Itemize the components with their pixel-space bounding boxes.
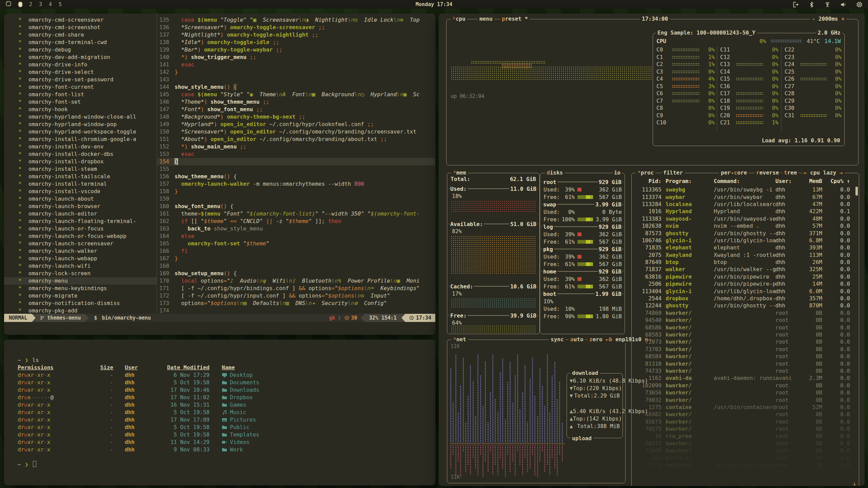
tree-item[interactable]: *omarchy-drive-info	[4, 61, 157, 68]
code-line[interactable]: 162 if [[ "$theme" == "CNCLD" || -z "$th…	[157, 218, 435, 225]
shell-prompt-empty[interactable]: ~❯	[18, 461, 435, 468]
scroll-down-indicator[interactable]: ↓	[853, 481, 856, 486]
tree-item[interactable]: *omarchy-install-vscode	[4, 188, 157, 195]
tree-item[interactable]: *omarchy-launch-wifi	[4, 262, 157, 270]
tree-item[interactable]: *omarchy-cmd-terminal-cwd	[4, 39, 157, 46]
code-line[interactable]: 160show_font_menu() {	[157, 203, 435, 210]
process-row[interactable]: 113374waybar/usr/bin/waybardhh67M0.0	[635, 193, 850, 200]
workspace-2[interactable]: 2	[29, 1, 32, 7]
code-line[interactable]: 168	[157, 262, 435, 270]
process-row[interactable]: 68586kworker/root0B0.0	[635, 324, 850, 331]
code-line[interactable]: 149 *Hyprland*) open_in_editor ~/.config…	[157, 121, 435, 128]
code-line[interactable]: 170 local options="♪ Audio\nψ Wifi\nᛒ Bl…	[157, 277, 435, 285]
tree-item[interactable]: *omarchy-drive-set-password	[4, 76, 157, 83]
process-row[interactable]: 63816pipewire/usr/bin/pipewiredhh25M0.0	[635, 273, 850, 280]
code-line[interactable]: 169show_setup_menu() {	[157, 270, 435, 277]
code-line[interactable]: 154}	[157, 158, 435, 165]
process-row[interactable]: 68584kworker/root0B0.0	[635, 353, 850, 360]
code-line[interactable]: 146 *Theme*) show_theme_menu ;;	[157, 98, 435, 106]
code-line[interactable]: 165 omarchy-font-set "$theme"	[157, 240, 435, 247]
code-line[interactable]: 155	[157, 165, 435, 173]
code-line[interactable]: 135 case $(menu "Toggle" "▣ Screensaver\…	[157, 16, 435, 24]
code-line[interactable]: 153 esac	[157, 150, 435, 158]
tree-item[interactable]: *omarchy-launch-screensaver	[4, 240, 157, 247]
code-line[interactable]: 156show_theme_menu() {	[157, 173, 435, 180]
process-row[interactable]: 71837walker/usr/bin/walker --gappldhh325…	[635, 266, 850, 273]
workspace-3[interactable]: 3	[39, 1, 42, 7]
tree-item[interactable]: *omarchy-drive-select	[4, 68, 157, 76]
tree-item[interactable]: *omarchy-launch-webapp	[4, 255, 157, 262]
tree-item[interactable]: *omarchy-launch-about	[4, 195, 157, 203]
process-row[interactable]: 74869kworker/root0B0.0	[635, 309, 850, 317]
code-line[interactable]: 172 [ -f ~/.config/hypr/input.conf ] && …	[157, 292, 435, 300]
bluetooth-icon[interactable]	[808, 1, 815, 8]
tree-item[interactable]: *omarchy-launch-walker	[4, 247, 157, 255]
code-line[interactable]: 147 *Font*) show_font_menu ;;	[157, 106, 435, 113]
process-row[interactable]: 102638nvimnvim --embed .dhh57M0.0	[635, 222, 850, 229]
network-icon[interactable]	[824, 1, 831, 8]
code-line[interactable]: 148 *Background*) omarchy-theme-bg-next …	[157, 113, 435, 121]
code-line[interactable]: 139 *Bar*) omarchy-toggle-waybar ;;	[157, 46, 435, 54]
tree-button[interactable]: tree	[782, 169, 799, 176]
tree-item[interactable]: *omarchy-notification-dismiss	[4, 300, 157, 307]
filter-button[interactable]: filter	[662, 169, 685, 176]
code-line[interactable]: 152 *) show_main_menu ;;	[157, 143, 435, 150]
tree-item[interactable]: *omarchy-font-current	[4, 83, 157, 91]
volume-icon[interactable]	[840, 1, 847, 8]
code-line[interactable]: 136 *Screensaver*) omarchy-toggle-screen…	[157, 24, 435, 31]
process-row[interactable]: 1170tailscal/usr/sbin/tailscaledroot73M0…	[635, 462, 850, 469]
net-sync-button[interactable]: sync	[549, 336, 566, 343]
tree-item[interactable]: *omarchy-debug	[4, 46, 157, 54]
process-row[interactable]: 12244ghostty/usr/bin/ghostty --gtk-dhh87…	[635, 302, 850, 309]
code-line[interactable]: 173 options="$options\n▤ Defaults\n▥ DNS…	[157, 300, 435, 307]
process-row[interactable]: 106746glycin-i/usr/lib/glycin-loadersdhh…	[635, 237, 850, 244]
tree-item[interactable]: *omarchy-cmd-share	[4, 31, 157, 39]
io-toggle[interactable]: io	[613, 169, 622, 176]
code-line[interactable]: 174	[157, 307, 435, 314]
process-row[interactable]: 113365swaybg/usr/bin/swaybg -i /homdhh13…	[635, 186, 850, 193]
process-row[interactable]: 73703kworker/root0B0.0	[635, 346, 850, 353]
process-row[interactable]: 72073kworker/root0B0.0	[635, 338, 850, 345]
code-line[interactable]: 140 *) show_trigger_menu ;;	[157, 54, 435, 61]
process-row[interactable]: 1275containe/usr/bin/containerdroot52M0.…	[635, 404, 850, 411]
tree-item[interactable]: *omarchy-install-terminal	[4, 180, 157, 188]
code-line[interactable]: 161 theme=$(menu "Font" "$(omarchy-font-…	[157, 210, 435, 218]
code-line[interactable]: 138 *Idle*) omarchy-toggle-idle ;;	[157, 39, 435, 46]
code-line[interactable]: 141 esac	[157, 61, 435, 68]
code-line[interactable]: 167}	[157, 255, 435, 262]
code-line[interactable]: 150 *Screensaver*) open_in_editor ~/.con…	[157, 128, 435, 136]
mem-box-title[interactable]: ²mem	[451, 169, 468, 176]
tree-item[interactable]: *omarchy-launch-or-focus-webapp	[4, 232, 157, 240]
tree-item[interactable]: *omarchy-install-tailscale	[4, 173, 157, 180]
tree-item[interactable]: *omarchy-font-list	[4, 91, 157, 98]
code-line[interactable]: 145 case $(menu "Style" "◉ Theme\nA Font…	[157, 91, 435, 98]
process-row[interactable]: 87649btopbtopdhh26M0.0	[635, 259, 850, 266]
code-line[interactable]: 137 *Nightlight*) omarchy-toggle-nightli…	[157, 31, 435, 39]
code-line[interactable]: 142}	[157, 68, 435, 76]
tree-item[interactable]: *omarchy-install-steam	[4, 165, 157, 173]
tree-item[interactable]: *omarchy-menu-keybindings	[4, 285, 157, 292]
tree-item[interactable]: *omarchy-install-dropbox	[4, 158, 157, 165]
tree-item[interactable]: *omarchy-launch-editor	[4, 210, 157, 218]
chip-icon[interactable]	[856, 1, 863, 8]
code-line[interactable]: 144show_style_menu() {	[157, 83, 435, 91]
logout-icon[interactable]	[792, 1, 799, 8]
workspace-4[interactable]: 4	[49, 1, 52, 7]
tree-item[interactable]: *omarchy-hyprland-workspace-toggle	[4, 128, 157, 136]
tree-item[interactable]: *omarchy-hyprland-window-close-all	[4, 113, 157, 121]
process-row[interactable]: 113284localsea/usr/lib/localsearch-exdhh…	[635, 201, 850, 208]
process-row[interactable]: 1916HyprlandHyprlanddhh422M0.1	[635, 208, 850, 215]
tree-item[interactable]: *omarchy-migrate	[4, 292, 157, 300]
process-row[interactable]: 68583kworker/root0B0.0	[635, 331, 850, 338]
update-interval[interactable]: - 2000ms +	[810, 16, 847, 22]
workspace-active[interactable]	[18, 2, 22, 7]
process-row[interactable]: 76577kworker/root0B0.0	[635, 440, 850, 447]
code-line[interactable]: 164 else	[157, 232, 435, 240]
process-row[interactable]: 94540kworker/root0B0.0	[635, 317, 850, 324]
process-row[interactable]: 76575kworker/root0B0.0	[635, 425, 850, 432]
process-row[interactable]: 102099kworker/root0B0.0	[635, 382, 850, 389]
tree-item[interactable]: *omarchy-cm­d-screensaver	[4, 16, 157, 24]
sort-selector[interactable]: ← cpu lazy →	[802, 169, 845, 176]
proc-box-title[interactable]: ⁴proc	[636, 169, 655, 176]
tree-item[interactable]: *omarchy-hyprland-window-pop	[4, 121, 157, 128]
